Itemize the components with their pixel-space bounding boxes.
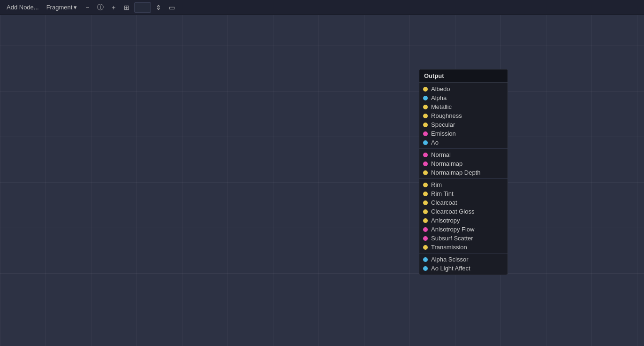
output-item[interactable]: Transmission xyxy=(419,243,508,252)
output-item[interactable]: Alpha Scissor xyxy=(419,255,508,264)
output-item-label: Normal xyxy=(431,151,451,158)
output-item[interactable]: Ao Light Affect xyxy=(419,264,508,273)
output-item[interactable]: Emission xyxy=(419,129,508,138)
output-item-label: Ao xyxy=(431,139,439,146)
output-dot-pink xyxy=(423,131,428,136)
output-group-separator xyxy=(419,253,508,254)
minus-icon: − xyxy=(85,4,89,11)
output-item[interactable]: Rim xyxy=(419,180,508,189)
output-item[interactable]: Alpha xyxy=(419,93,508,102)
output-dot-pink xyxy=(423,153,428,157)
output-dot-pink xyxy=(423,161,428,166)
output-item[interactable]: Anisotropy xyxy=(419,216,508,225)
output-dot-yellow xyxy=(423,183,428,187)
output-group-separator xyxy=(419,148,508,149)
add-node-button[interactable]: Add Node... xyxy=(4,3,42,12)
output-dot-yellow xyxy=(423,209,428,214)
zoom-input[interactable]: 20 xyxy=(134,2,151,13)
spinner-icon: ⇕ xyxy=(156,4,161,11)
output-item-label: Normalmap xyxy=(431,160,462,167)
output-dot-yellow xyxy=(423,192,428,196)
output-item-label: Roughness xyxy=(431,112,462,119)
output-dot-yellow xyxy=(423,87,428,92)
output-item[interactable]: Roughness xyxy=(419,111,508,120)
output-item-label: Alpha xyxy=(431,94,447,101)
output-item-label: Specular xyxy=(431,121,455,128)
plus-button[interactable]: + xyxy=(108,2,119,13)
output-item[interactable]: Anisotropy Flow xyxy=(419,225,508,234)
output-dot-pink xyxy=(423,227,428,232)
output-dot-yellow xyxy=(423,218,428,223)
output-panel-title: Output xyxy=(419,69,508,83)
view-mode-button[interactable]: ▭ xyxy=(166,2,177,13)
info-icon: ⓘ xyxy=(97,3,104,12)
output-item[interactable]: Metallic xyxy=(419,102,508,111)
fragment-dropdown[interactable]: Fragment ▾ xyxy=(44,3,80,12)
output-item-label: Transmission xyxy=(431,244,467,251)
output-item[interactable]: Rim Tint xyxy=(419,189,508,198)
output-item[interactable]: Normalmap Depth xyxy=(419,168,508,177)
output-item-label: Clearcoat xyxy=(431,199,457,206)
output-dot-blue xyxy=(423,96,428,100)
output-item-label: Emission xyxy=(431,130,456,137)
output-item[interactable]: Clearcoat Gloss xyxy=(419,207,508,216)
output-item-label: Metallic xyxy=(431,103,452,110)
output-dot-yellow xyxy=(423,170,428,175)
output-item-label: Rim xyxy=(431,181,442,188)
output-item-label: Anisotropy xyxy=(431,217,460,224)
output-item-label: Subsurf Scatter xyxy=(431,235,473,242)
toolbar: Add Node... Fragment ▾ − ⓘ + ⊞ 20 ⇕ ▭ xyxy=(0,0,644,15)
output-item[interactable]: Albedo xyxy=(419,85,508,93)
output-item-label: Ao Light Affect xyxy=(431,265,470,272)
output-item[interactable]: Clearcoat xyxy=(419,198,508,207)
chevron-down-icon: ▾ xyxy=(74,4,77,11)
output-item-label: Alpha Scissor xyxy=(431,256,468,263)
output-item-label: Anisotropy Flow xyxy=(431,226,474,233)
info-button[interactable]: ⓘ xyxy=(95,2,106,13)
output-panel: Output AlbedoAlphaMetallicRoughnessSpecu… xyxy=(419,69,508,275)
output-dot-yellow xyxy=(423,105,428,109)
output-item-label: Clearcoat Gloss xyxy=(431,208,474,215)
output-item[interactable]: Normal xyxy=(419,150,508,159)
output-item[interactable]: Normalmap xyxy=(419,159,508,168)
output-items-list: AlbedoAlphaMetallicRoughnessSpecularEmis… xyxy=(419,83,508,275)
output-item-label: Rim Tint xyxy=(431,190,454,197)
output-dot-blue xyxy=(423,140,428,145)
output-item-label: Normalmap Depth xyxy=(431,169,481,176)
fragment-label: Fragment xyxy=(46,4,73,11)
minus-button[interactable]: − xyxy=(82,2,93,13)
output-item-label: Albedo xyxy=(431,85,450,92)
zoom-spinner-button[interactable]: ⇕ xyxy=(153,2,164,13)
output-dot-yellow xyxy=(423,245,428,250)
view-mode-icon: ▭ xyxy=(169,4,175,11)
output-dot-yellow xyxy=(423,114,428,118)
output-dot-yellow xyxy=(423,123,428,127)
output-item[interactable]: Subsurf Scatter xyxy=(419,234,508,243)
output-group-separator xyxy=(419,178,508,179)
grid-icon: ⊞ xyxy=(124,4,129,11)
grid-background xyxy=(0,0,644,346)
output-dot-yellow xyxy=(423,200,428,205)
output-dot-blue xyxy=(423,257,428,262)
plus-icon: + xyxy=(112,4,115,11)
grid-button[interactable]: ⊞ xyxy=(121,2,132,13)
output-item[interactable]: Ao xyxy=(419,138,508,147)
output-item[interactable]: Specular xyxy=(419,120,508,129)
output-dot-blue xyxy=(423,266,428,271)
add-node-label: Add Node... xyxy=(7,4,39,11)
output-dot-pink xyxy=(423,236,428,241)
